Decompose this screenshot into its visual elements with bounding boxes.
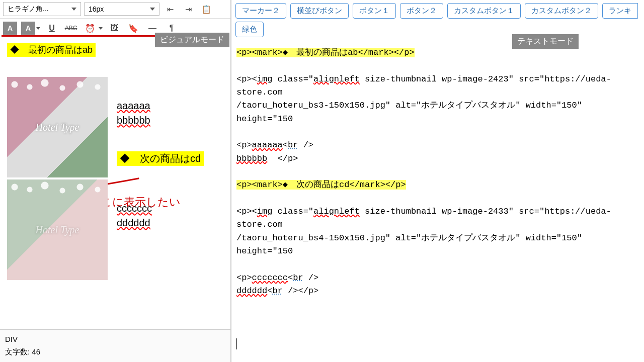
code-line: <p><img class="alignleft size-thumbnail …: [236, 207, 611, 229]
toolbar-row2: A A U ABC ⏰ 🖼 🔖 — ¶ ビジュアルモード: [0, 19, 230, 38]
quicktag-row2: 緑色: [231, 22, 644, 40]
tag-ranking[interactable]: ランキ: [602, 3, 638, 19]
code-line: /taoru_hoteru_bs4-150x150.jpg" alt="ホテルタ…: [236, 233, 587, 256]
product-thumbnail-2: Hotel Type: [7, 179, 108, 280]
text-dddddd: dddddd: [117, 217, 152, 229]
font-family-select[interactable]: ヒラギノ角...: [3, 2, 81, 16]
code-line: <p><mark>◆ 最初の商品はab</mark></p>: [236, 48, 415, 57]
chevron-down-icon: [71, 8, 76, 11]
thumbnail-label: Hotel Type: [36, 224, 79, 236]
chevron-down-icon: [36, 27, 40, 30]
status-word-count: 文字数: 46: [5, 345, 225, 359]
visual-editor-body[interactable]: ◆ 最初の商品はab Hotel Type aaaaaa bbbbbb ◆ 次の…: [0, 38, 230, 329]
code-line: <p>ccccccc<br />: [236, 273, 318, 283]
code-line: <p><img class="alignleft size-thumbnail …: [236, 74, 611, 97]
text-cursor: [236, 338, 237, 349]
clipboard-button[interactable]: 📋: [199, 3, 214, 16]
tag-horiz-button[interactable]: 横並びボタン: [290, 3, 349, 19]
text-color-button[interactable]: A: [21, 22, 35, 35]
image-button[interactable]: 🖼: [107, 22, 122, 35]
tag-green[interactable]: 緑色: [235, 22, 264, 37]
tag-marker2[interactable]: マーカー２: [235, 3, 286, 19]
clock-button[interactable]: ⏰: [83, 22, 98, 35]
code-line: <p><mark>◆ 次の商品はcd</mark></p>: [236, 180, 406, 190]
product-thumbnail-1: Hotel Type: [7, 77, 108, 177]
status-bar: DIV 文字数: 46: [0, 329, 230, 362]
thumbnail-label: Hotel Type: [36, 122, 79, 133]
code-line: dddddd<br /></p>: [236, 286, 318, 296]
code-line: bbbbbb </p>: [236, 154, 298, 163]
text-editor-body[interactable]: <p><mark>◆ 最初の商品はab</mark></p> <p><img c…: [231, 40, 644, 362]
font-size-select[interactable]: 16px: [84, 3, 159, 16]
indent-button[interactable]: ⇥: [181, 3, 196, 16]
chevron-down-icon: [150, 8, 155, 11]
code-line: /taoru_hoteru_bs3-150x150.jpg" alt="ホテルタ…: [236, 101, 587, 123]
visual-editor-pane: ヒラギノ角... 16px ⇤ ⇥ 📋 A A U ABC ⏰ 🖼: [0, 0, 231, 362]
marked-heading-2: ◆ 次の商品はcd: [117, 151, 204, 166]
toolbar-row1: ヒラギノ角... 16px ⇤ ⇥ 📋: [0, 0, 230, 19]
chevron-down-icon: [99, 27, 103, 30]
font-family-value: ヒラギノ角...: [8, 5, 49, 14]
font-size-value: 16px: [89, 5, 104, 13]
tag-custom2[interactable]: カスタムボタン２: [525, 3, 598, 19]
side-text-1: aaaaaa bbbbbb ◆ 次の商品はcd: [117, 77, 204, 169]
bookmark-button[interactable]: 🔖: [126, 22, 141, 35]
quicktag-row: マーカー２ 横並びボタン ボタン１ ボタン２ カスタムボタン１ カスタムボタン２…: [231, 0, 644, 22]
text-editor-pane: マーカー２ 横並びボタン ボタン１ ボタン２ カスタムボタン１ カスタムボタン２…: [231, 0, 644, 362]
marked-heading-1: ◆ 最初の商品はab: [7, 43, 96, 57]
tag-custom1[interactable]: カスタムボタン１: [447, 3, 521, 19]
underline-button[interactable]: U: [44, 22, 59, 35]
text-bgcolor-button[interactable]: A: [3, 22, 17, 35]
tag-button2[interactable]: ボタン２: [400, 3, 443, 19]
status-path: DIV: [5, 333, 225, 345]
strikethrough-button[interactable]: ABC: [63, 22, 78, 35]
text-aaaaaa: aaaaaa: [117, 100, 204, 112]
text-bbbbbb: bbbbbb: [117, 115, 204, 126]
outdent-button[interactable]: ⇤: [163, 3, 178, 16]
code-line: <p>aaaaaa<br />: [236, 140, 313, 150]
tag-button1[interactable]: ボタン１: [353, 3, 396, 19]
